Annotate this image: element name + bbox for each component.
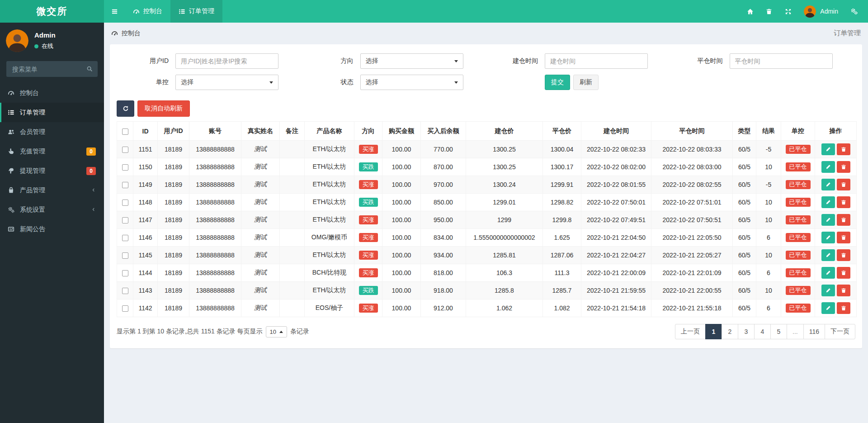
row-checkbox[interactable]	[122, 305, 128, 312]
edit-button[interactable]	[821, 143, 835, 155]
page-button[interactable]: 1	[705, 324, 722, 339]
row-checkbox[interactable]	[122, 270, 128, 276]
sidebar-item[interactable]: 会员管理	[0, 122, 104, 142]
delete-button[interactable]	[837, 267, 850, 279]
delete-button[interactable]	[837, 232, 850, 243]
close-time-input[interactable]	[730, 53, 833, 69]
delete-button[interactable]	[837, 214, 850, 226]
table-row: 11451818913888888888测试ETH/以太坊买涨100.00934…	[117, 247, 857, 264]
direction-select-value: 选择	[366, 57, 378, 65]
control-select[interactable]: 选择	[175, 75, 278, 90]
column-header: 真实姓名	[241, 122, 280, 141]
cell-product: ETH/以太坊	[305, 211, 354, 229]
page-size-select[interactable]: 10	[266, 326, 287, 337]
filter-row-2: 单控 选择 状态 选择 提交 刷新	[117, 75, 855, 90]
submit-button[interactable]: 提交	[545, 75, 570, 90]
open-time-input[interactable]	[545, 53, 648, 69]
cell-amount: 100.00	[382, 194, 421, 211]
refresh-button[interactable]: 刷新	[573, 75, 599, 90]
nav-tab-orders[interactable]: 订单管理	[170, 0, 222, 23]
delete-button[interactable]	[837, 285, 850, 296]
sidebar-item[interactable]: 订单管理	[0, 103, 104, 122]
cell-real-name: 测试	[241, 247, 280, 264]
row-checkbox[interactable]	[122, 200, 128, 206]
edit-button[interactable]	[821, 285, 835, 296]
cell-balance: 834.00	[421, 229, 466, 247]
row-checkbox[interactable]	[122, 147, 128, 153]
cell-account: 13888888888	[189, 299, 241, 317]
prev-page-button[interactable]: 上一页	[675, 324, 706, 339]
page-size-value: 10	[270, 328, 276, 335]
edit-button[interactable]	[821, 214, 835, 226]
page-button[interactable]: 3	[738, 324, 755, 339]
sidebar-item[interactable]: 系统设置	[0, 200, 104, 219]
delete-button[interactable]	[837, 196, 850, 208]
direction-select[interactable]: 选择	[360, 53, 463, 69]
next-page-button[interactable]: 下一页	[825, 324, 855, 339]
edit-button[interactable]	[821, 161, 835, 173]
table-header-row: ID用户ID账号真实姓名备注产品名称方向购买金额买入后余额建仓价平仓价建仓时间平…	[117, 122, 857, 141]
row-checkbox[interactable]	[122, 217, 128, 223]
control-status-badge: 已平仓	[786, 286, 811, 295]
cell-close-time: 2022-10-21 22:01:09	[651, 264, 733, 282]
sidebar-item[interactable]: 新闻公告	[0, 219, 104, 239]
edit-button[interactable]	[821, 302, 835, 314]
page-button[interactable]: 2	[722, 324, 738, 339]
delete-button[interactable]	[837, 302, 850, 314]
delete-button[interactable]	[837, 143, 850, 155]
page-button[interactable]: 116	[803, 324, 825, 339]
breadcrumb[interactable]: 控制台	[111, 29, 141, 38]
edit-button[interactable]	[821, 249, 835, 261]
navbar-right: Admin	[741, 0, 868, 23]
fullscreen-button[interactable]	[778, 0, 797, 23]
table-row: 11441818913888888888测试BCH/比特现买涨100.00818…	[117, 264, 857, 282]
menu-search-input[interactable]	[6, 61, 98, 77]
clear-cache-button[interactable]	[760, 0, 778, 23]
home-button[interactable]	[741, 0, 760, 23]
cell-product: OMG/嫩模币	[305, 229, 354, 247]
nav-tab-dashboard[interactable]: 控制台	[125, 0, 170, 23]
user-menu[interactable]: Admin	[797, 5, 844, 18]
row-checkbox[interactable]	[122, 235, 128, 241]
row-select-cell	[117, 176, 133, 194]
edit-button[interactable]	[821, 196, 835, 208]
delete-button[interactable]	[837, 179, 850, 190]
filter-open-time: 建仓时间	[486, 53, 671, 69]
column-header: 购买金额	[382, 122, 421, 141]
cell-user-id: 18189	[158, 141, 189, 158]
user-id-input[interactable]	[175, 53, 278, 69]
table-row: 11471818913888888888测试ETH/以太坊买涨100.00950…	[117, 211, 857, 229]
edit-button[interactable]	[821, 267, 835, 279]
edit-button[interactable]	[821, 179, 835, 190]
cell-remark	[280, 141, 305, 158]
sidebar-item[interactable]: 产品管理	[0, 181, 104, 200]
row-select-cell	[117, 264, 133, 282]
status-select[interactable]: 选择	[360, 75, 463, 90]
sidebar-toggle-button[interactable]	[104, 0, 125, 23]
reload-table-button[interactable]	[117, 100, 134, 117]
sidebar-item[interactable]: 控制台	[0, 83, 104, 103]
row-checkbox[interactable]	[122, 252, 128, 259]
select-all-checkbox[interactable]	[122, 128, 128, 135]
cell-type: 60/5	[733, 141, 756, 158]
expand-icon	[785, 8, 792, 15]
row-checkbox[interactable]	[122, 182, 128, 188]
page-button[interactable]: 4	[754, 324, 771, 339]
page-button[interactable]: 5	[770, 324, 787, 339]
settings-button[interactable]	[844, 0, 863, 23]
cell-control: 已平仓	[781, 299, 815, 317]
table-row: 11511818913888888888测试ETH/以太坊买涨100.00770…	[117, 141, 857, 158]
delete-button[interactable]	[837, 249, 850, 261]
sidebar-item[interactable]: 充值管理0	[0, 142, 104, 161]
row-checkbox[interactable]	[122, 164, 128, 171]
row-checkbox[interactable]	[122, 288, 128, 294]
delete-button[interactable]	[837, 161, 850, 173]
edit-button[interactable]	[821, 232, 835, 243]
row-select-cell	[117, 211, 133, 229]
cell-amount: 100.00	[382, 176, 421, 194]
cell-close-time: 2022-10-21 22:05:27	[651, 247, 733, 264]
cancel-auto-refresh-button[interactable]: 取消自动刷新	[137, 100, 190, 117]
sidebar-item[interactable]: 提现管理0	[0, 161, 104, 181]
search-icon[interactable]	[86, 66, 93, 72]
cell-result: 6	[756, 264, 781, 282]
